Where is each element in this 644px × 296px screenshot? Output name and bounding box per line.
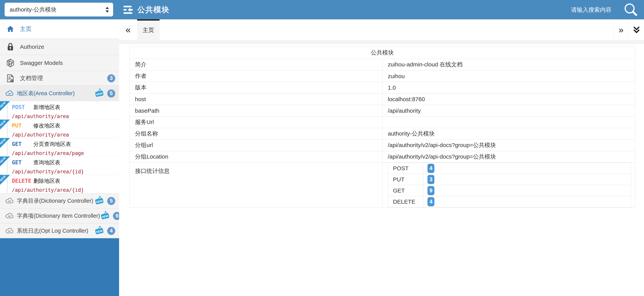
table-row: PUT 3 <box>388 174 631 185</box>
sidebar-controller-area[interactable]: API 地区表(Area Controller) NEW 5 <box>0 85 119 101</box>
table-row: basePath /api/authority <box>130 105 635 117</box>
page-title: 公共模块 <box>137 5 170 15</box>
endpoint-get-area-id[interactable]: NEW GET 查询地区表 /api/authority/area/{id} <box>0 156 119 175</box>
endpoint-name: 修改地区表 <box>33 122 60 129</box>
svg-text:API: API <box>8 215 11 217</box>
module-info-table: 公共模块 简介 zuihou-admin-cloud 在线文档 作者 zuiho… <box>130 47 635 207</box>
chevron-double-left-icon: « <box>126 24 131 35</box>
new-ribbon-icon: NEW <box>0 138 11 149</box>
table-row: POST 4 <box>388 163 631 174</box>
search-button[interactable] <box>623 2 639 18</box>
table-row: 简介 zuihou-admin-cloud 在线文档 <box>130 59 635 71</box>
module-table-title: 公共模块 <box>130 47 635 59</box>
new-tag-icon: NEW <box>94 88 104 99</box>
table-row: 版本 1.0 <box>130 82 635 94</box>
method-label: DELETE <box>12 178 33 184</box>
table-row: 分组Location /api/authority/v2/api-docs?gr… <box>130 151 635 163</box>
count-badge: 3 <box>428 175 434 184</box>
svg-text:API: API <box>8 230 11 232</box>
sidebar-item-doc-manage[interactable]: 文档管理 3 <box>0 71 119 85</box>
new-ribbon-icon: NEW <box>0 175 11 186</box>
stats-method: PUT <box>388 174 423 185</box>
endpoint-name: 查询地区表 <box>33 159 60 166</box>
table-row: 分组名称 authority-公共模块 <box>130 128 635 140</box>
tab-scroll-left-button[interactable]: « <box>119 19 137 40</box>
row-value: zuihou-admin-cloud 在线文档 <box>382 59 635 71</box>
sidebar-item-label: 文档管理 <box>20 74 43 82</box>
select-arrows-icon <box>106 7 109 13</box>
main-content: « 主页 » 公共模块 <box>119 19 644 296</box>
controller-label: 地区表(Area Controller) <box>17 90 74 97</box>
row-value: zuihou <box>382 71 635 82</box>
row-label: 版本 <box>130 82 382 94</box>
stats-count-cell: 4 <box>423 163 631 174</box>
search-icon <box>623 2 638 17</box>
count-badge: 5 <box>107 90 115 98</box>
controller-label: 字典目录(Dictionary Controller) <box>17 197 93 205</box>
sidebar-item-swagger-models[interactable]: Swagger Models <box>0 55 119 71</box>
new-tag-icon: NEW <box>94 195 104 206</box>
row-label: 作者 <box>130 71 382 82</box>
tab-scroll-right-button[interactable]: » <box>613 19 629 40</box>
endpoint-path: /api/authority/area/page <box>12 150 119 156</box>
cloud-api-icon: API <box>5 198 14 204</box>
tab-home[interactable]: 主页 <box>137 19 160 40</box>
method-label: GET <box>12 141 33 147</box>
stats-method: DELETE <box>388 196 423 207</box>
cloud-api-icon: API <box>5 228 14 234</box>
method-label: POST <box>12 104 33 110</box>
new-ribbon-icon: NEW <box>0 156 11 168</box>
tab-bar: « 主页 » <box>119 19 644 40</box>
swagger-bootstrap-ui-app: authority-公共模块 公共模块 <box>0 0 644 296</box>
endpoint-name: 新增地区表 <box>33 104 60 111</box>
method-label: PUT <box>12 122 33 129</box>
group-select[interactable]: authority-公共模块 <box>4 3 113 17</box>
method-stats-table: POST 4 PUT 3 <box>388 163 631 207</box>
row-label: 分组Location <box>130 151 382 163</box>
sidebar-item-home[interactable]: 主页 <box>0 19 119 39</box>
count-badge: 4 <box>428 164 434 173</box>
count-badge: 4 <box>428 197 434 206</box>
svg-text:API: API <box>8 200 11 202</box>
sidebar-item-label: 主页 <box>20 25 32 33</box>
document-gear-icon <box>6 74 15 83</box>
outdent-logo-icon <box>124 5 134 15</box>
table-row: host localhost:8760 <box>130 94 635 105</box>
search-input[interactable] <box>504 0 612 19</box>
stats-count-cell: 3 <box>423 174 631 185</box>
row-label: 接口统计信息 <box>130 163 382 207</box>
count-badge: 5 <box>107 197 115 205</box>
stats-method: GET <box>388 185 423 196</box>
sidebar-controller-dictionary-item[interactable]: API 字典项(Dictionary Item Controller) NEW … <box>0 208 119 223</box>
count-badge: 6 <box>113 212 119 220</box>
sidebar: 主页 Authorize Swagger Mode <box>0 19 119 296</box>
sidebar-controller-dictionary[interactable]: API 字典目录(Dictionary Controller) NEW 5 <box>0 193 119 208</box>
count-badge: 3 <box>107 74 115 82</box>
stats-method: POST <box>388 163 423 174</box>
sidebar-item-label: Swagger Models <box>20 60 63 66</box>
table-row: DELETE 4 <box>388 196 631 207</box>
chevron-double-right-icon: » <box>619 25 624 35</box>
lock-icon <box>6 43 15 51</box>
tab-list-dropdown-button[interactable] <box>629 19 644 40</box>
sidebar-item-authorize[interactable]: Authorize <box>0 39 119 55</box>
endpoint-name: 分页查询地区表 <box>33 141 71 148</box>
row-value <box>382 117 635 128</box>
sidebar-controller-opt-log[interactable]: API 系统日志(Opt Log Controller) NEW 4 <box>0 223 119 238</box>
row-value: /api/authority <box>382 105 635 117</box>
endpoint-delete-area-id[interactable]: NEW DELETE 删除地区表 /api/authority/area/{id… <box>0 175 119 193</box>
count-badge: 4 <box>107 227 115 235</box>
table-row: GET 9 <box>388 185 631 196</box>
tab-bar-shadow-strip <box>119 40 644 44</box>
endpoint-list: NEW POST 新增地区表 /api/authority/area NEW P… <box>0 101 119 193</box>
endpoint-put-area[interactable]: NEW PUT 修改地区表 /api/authority/area <box>0 120 119 138</box>
controller-label: 字典项(Dictionary Item Controller) <box>17 212 100 220</box>
new-ribbon-icon: NEW <box>0 101 11 112</box>
endpoint-get-area-page[interactable]: NEW GET 分页查询地区表 /api/authority/area/page <box>0 138 119 156</box>
sidebar-item-label: Authorize <box>20 44 44 50</box>
row-label: basePath <box>130 105 382 117</box>
endpoint-post-area[interactable]: NEW POST 新增地区表 /api/authority/area <box>0 101 119 120</box>
top-header-bar: authority-公共模块 公共模块 <box>0 0 644 19</box>
row-label: host <box>130 94 382 105</box>
tab-bar-spacer <box>160 19 613 40</box>
